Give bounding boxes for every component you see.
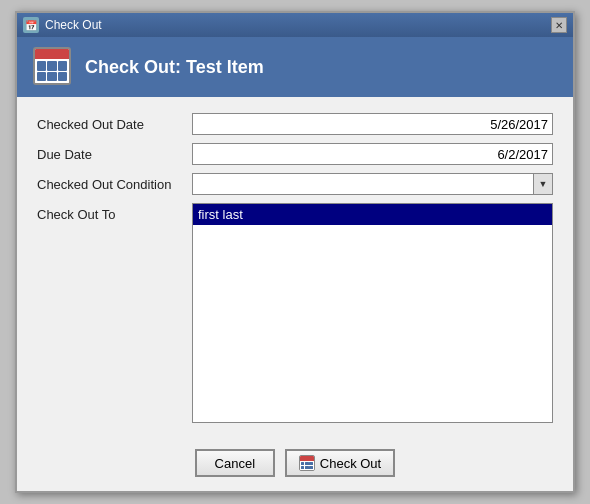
cancel-button[interactable]: Cancel [195,449,275,477]
checkout-dot [301,466,305,469]
calendar-dot [37,61,46,71]
check-out-to-label: Check Out To [37,203,192,222]
list-item[interactable]: first last [193,204,552,225]
checkout-dot [305,466,309,469]
dialog-title: Check Out: Test Item [85,57,264,78]
due-date-input[interactable] [192,143,553,165]
condition-dropdown[interactable] [192,173,553,195]
checkout-dot [309,462,313,465]
title-bar-left: 📅 Check Out [23,17,102,33]
dialog-header: Check Out: Test Item [17,37,573,97]
calendar-icon [33,47,71,85]
condition-dropdown-wrapper: ▼ [192,173,553,195]
checked-out-date-label: Checked Out Date [37,117,192,132]
checked-out-date-row: Checked Out Date [37,113,553,135]
due-date-row: Due Date [37,143,553,165]
calendar-icon-body [35,59,69,83]
calendar-dot [47,72,56,82]
title-bar-text: Check Out [45,18,102,32]
calendar-dot [47,61,56,71]
dialog-window: 📅 Check Out ✕ Check Out: Test Item [15,11,575,493]
calendar-dot [37,72,46,82]
dialog-body: Checked Out Date Due Date Checked Out Co… [17,97,573,439]
checkout-dot [305,462,309,465]
check-out-to-list[interactable]: first last [192,203,553,423]
calendar-dot [58,61,67,71]
checkout-button[interactable]: Check Out [285,449,395,477]
window-icon: 📅 [23,17,39,33]
title-bar: 📅 Check Out ✕ [17,13,573,37]
check-out-to-section: Check Out To first last [37,203,553,423]
cancel-label: Cancel [215,456,255,471]
checkout-label: Check Out [320,456,381,471]
checkout-dot [309,466,313,469]
checkout-dot [301,462,305,465]
calendar-dot [58,72,67,82]
checked-out-condition-label: Checked Out Condition [37,177,192,192]
close-button[interactable]: ✕ [551,17,567,33]
checkout-icon-body [300,461,314,470]
checkout-button-icon [299,455,315,471]
calendar-icon-top [35,49,69,59]
dialog-header-icon [33,47,73,87]
checked-out-condition-row: Checked Out Condition ▼ [37,173,553,195]
check-out-to-row: Check Out To first last [37,203,553,423]
dropdown-arrow-icon[interactable]: ▼ [533,173,553,195]
dialog-footer: Cancel Check Out [17,439,573,491]
due-date-label: Due Date [37,147,192,162]
checked-out-date-input[interactable] [192,113,553,135]
